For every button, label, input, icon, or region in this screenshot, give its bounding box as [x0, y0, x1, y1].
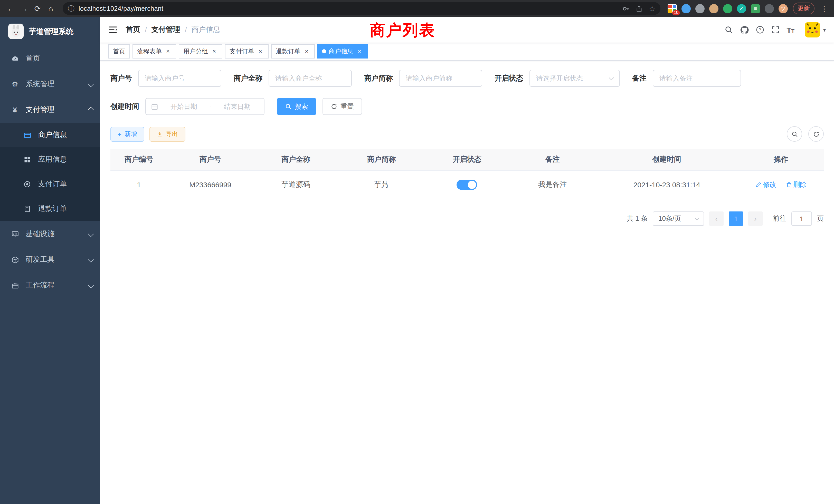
sidebar-item-label: 系统管理	[26, 79, 83, 89]
tab-refund-order[interactable]: 退款订单 ×	[271, 44, 315, 59]
reload-icon[interactable]: ⟳	[31, 2, 44, 15]
sidebar-item-label: 工作流程	[26, 281, 83, 290]
close-icon[interactable]: ×	[257, 48, 264, 55]
tab-pay-order[interactable]: 支付订单 ×	[225, 44, 269, 59]
merchant-no-input[interactable]	[138, 70, 221, 87]
extension-avatar-icon[interactable]	[709, 4, 719, 13]
chevron-down-icon	[88, 257, 94, 263]
create-time-label: 创建时间	[110, 102, 139, 111]
sidebar-item-merchant-info[interactable]: 商户信息	[0, 123, 100, 147]
export-button[interactable]: 导出	[149, 127, 185, 141]
chevron-down-icon	[88, 81, 94, 87]
app-window: ← → ⟳ ⌂ ⓘ localhost:1024/pay/merchant ☆ …	[0, 0, 834, 504]
sidebar-item-infrastructure[interactable]: 基础设施	[0, 221, 100, 247]
goto-page-input[interactable]	[791, 211, 812, 226]
page-number-1[interactable]: 1	[729, 211, 743, 226]
forward-icon[interactable]: →	[18, 2, 31, 15]
merchant-table: 商户编号 商户号 商户全称 商户简称 开启状态 备注 创建时间 操作 1	[110, 149, 824, 199]
extension-gray-icon[interactable]	[695, 4, 705, 13]
help-icon[interactable]: ?	[756, 26, 764, 34]
box-icon	[10, 256, 20, 264]
edit-button[interactable]: 修改	[755, 180, 776, 189]
back-icon[interactable]: ←	[4, 2, 18, 15]
sidebar-item-devtools[interactable]: 研发工具	[0, 247, 100, 273]
status-select[interactable]: 请选择开启状态	[529, 70, 620, 87]
breadcrumb-payment[interactable]: 支付管理	[152, 25, 180, 35]
tab-label: 退款订单	[276, 47, 301, 56]
share-icon[interactable]	[636, 5, 643, 12]
create-time-range-picker[interactable]: 开始日期 - 结束日期	[145, 98, 264, 115]
add-button[interactable]: + 新增	[110, 127, 144, 141]
full-name-input[interactable]	[269, 70, 352, 87]
extension-check-icon[interactable]: ✓	[737, 4, 746, 13]
page-size-select[interactable]: 10条/页	[653, 211, 704, 226]
browser-menu-icon[interactable]: ⋮	[818, 4, 830, 13]
chevron-down-icon	[88, 231, 94, 237]
puzzle-icon[interactable]	[765, 4, 774, 13]
github-icon[interactable]	[740, 25, 748, 34]
download-icon	[156, 131, 162, 137]
dashboard-icon	[10, 55, 20, 62]
short-name-input[interactable]	[399, 70, 482, 87]
date-end-placeholder: 结束日期	[216, 102, 259, 111]
browser-update-button[interactable]: 更新	[793, 3, 814, 14]
home-icon[interactable]: ⌂	[44, 2, 58, 15]
prev-page-icon[interactable]: ‹	[709, 211, 724, 226]
sidebar-item-label: 基础设施	[26, 229, 83, 239]
tab-merchant-info[interactable]: 商户信息 ×	[317, 44, 368, 59]
extensions-icon[interactable]: 10	[667, 4, 677, 13]
address-bar[interactable]: ⓘ localhost:1024/pay/merchant ☆	[63, 2, 660, 15]
navbar-actions: ? TT	[724, 22, 826, 38]
tab-label: 用户分组	[183, 47, 208, 56]
refresh-table-icon[interactable]	[808, 126, 824, 142]
sidebar-item-label: 应用信息	[38, 155, 93, 164]
bookmark-star-icon[interactable]: ☆	[649, 4, 655, 13]
col-header-merchant-no: 商户号	[168, 149, 253, 171]
tab-home[interactable]: 首页	[108, 44, 130, 59]
close-icon[interactable]: ×	[303, 48, 310, 55]
sidebar-collapse-icon[interactable]	[108, 25, 117, 35]
close-icon[interactable]: ×	[356, 48, 363, 55]
logo-rabbit-icon	[8, 24, 24, 39]
table-toolbar: + 新增 导出	[110, 126, 824, 142]
site-info-icon[interactable]: ⓘ	[68, 4, 74, 13]
sidebar-item-payment[interactable]: ¥ 支付管理	[0, 97, 100, 123]
close-icon[interactable]: ×	[164, 48, 172, 55]
cell-status	[424, 171, 510, 199]
sidebar-item-refund-order[interactable]: 退款订单	[0, 197, 100, 221]
breadcrumb-home[interactable]: 首页	[126, 25, 140, 35]
sidebar-item-app-info[interactable]: 应用信息	[0, 147, 100, 172]
profile-avatar-icon[interactable]: ツ	[778, 4, 788, 13]
search-icon[interactable]	[724, 26, 732, 34]
tab-label: 支付订单	[229, 47, 254, 56]
grid-icon	[23, 156, 32, 163]
password-key-icon[interactable]	[623, 5, 630, 12]
status-toggle[interactable]	[457, 180, 477, 190]
sidebar-item-home[interactable]: 首页	[0, 46, 100, 71]
reset-button[interactable]: 重置	[323, 98, 362, 115]
table-row: 1 M233666999 芋道源码 芋艿 我是备注 2021-10-23 08:…	[110, 171, 824, 199]
url-text[interactable]: localhost:1024/pay/merchant	[79, 5, 616, 12]
show-search-toggle-icon[interactable]	[787, 126, 802, 142]
full-name-label: 商户全称	[234, 74, 262, 83]
tab-process-form[interactable]: 流程表单 ×	[132, 44, 176, 59]
extension-notes-icon[interactable]: ≡	[751, 4, 760, 13]
app-logo[interactable]: 芋道管理系统	[0, 17, 100, 46]
close-icon[interactable]: ×	[211, 48, 218, 55]
tab-user-group[interactable]: 用户分组 ×	[179, 44, 222, 59]
refresh-icon	[331, 103, 337, 110]
calendar-icon	[151, 103, 158, 110]
search-button[interactable]: 搜索	[277, 98, 316, 115]
briefcase-icon	[10, 281, 20, 289]
remark-input[interactable]	[653, 70, 741, 87]
sidebar-item-system[interactable]: ⚙ 系统管理	[0, 71, 100, 97]
sidebar-item-pay-order[interactable]: 支付订单	[0, 172, 100, 197]
fullscreen-icon[interactable]	[771, 26, 779, 34]
extension-green-icon[interactable]	[723, 4, 732, 13]
user-avatar[interactable]: ▾	[805, 22, 826, 38]
next-page-icon[interactable]: ›	[748, 211, 763, 226]
extension-blue-icon[interactable]	[681, 4, 691, 13]
font-size-icon[interactable]: TT	[787, 25, 794, 34]
delete-button[interactable]: 删除	[786, 180, 807, 189]
sidebar-item-workflow[interactable]: 工作流程	[0, 273, 100, 298]
